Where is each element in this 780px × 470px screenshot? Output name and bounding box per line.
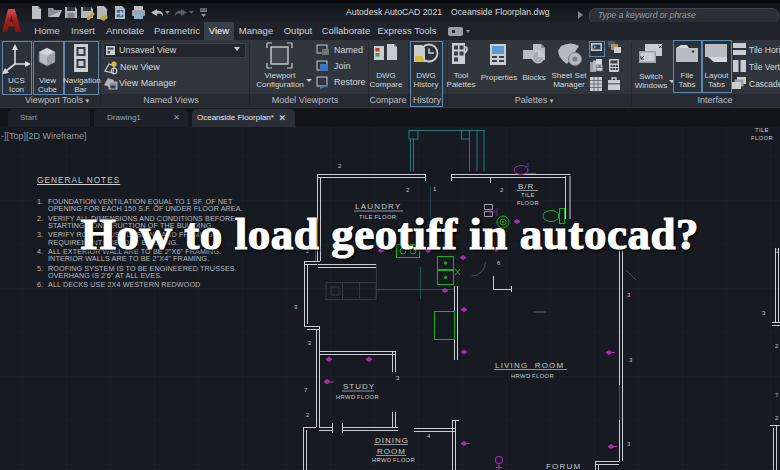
svg-text:3: 3 [627,441,631,447]
svg-text:3: 3 [294,304,298,310]
svg-text:3: 3 [627,292,631,298]
svg-text:FLOOR: FLOOR [517,200,539,206]
svg-text:TILE: TILE [755,127,769,133]
svg-text:2: 2 [406,187,410,193]
svg-text:1: 1 [433,186,437,192]
svg-text:HRWD FLOOR: HRWD FLOOR [372,457,415,463]
svg-text:ROOM: ROOM [377,447,406,456]
svg-text:4: 4 [427,433,431,439]
svg-text:DINING: DINING [375,436,409,445]
svg-text:B/R: B/R [518,182,534,191]
svg-text:2: 2 [775,343,779,349]
svg-text:3: 3 [629,357,633,363]
svg-text:HRWD FLOOR: HRWD FLOOR [511,373,554,379]
svg-text:6: 6 [497,260,501,266]
svg-text:3: 3 [396,375,400,381]
svg-text:2: 2 [338,163,342,169]
svg-text:HRWD FLOOR: HRWD FLOOR [336,394,379,400]
svg-text:2: 2 [526,162,530,168]
svg-text:FORUM: FORUM [546,462,581,470]
svg-text:2: 2 [500,187,504,193]
svg-text:3: 3 [762,310,766,316]
svg-text:TILE: TILE [521,192,535,198]
svg-text:7: 7 [304,387,308,393]
svg-text:2: 2 [308,340,312,346]
svg-text:2: 2 [306,412,310,418]
svg-text:FLOOR: FLOOR [751,135,773,141]
svg-text:STUDY: STUDY [343,382,375,391]
svg-text:7: 7 [775,392,779,398]
svg-text:LIVING ROOM: LIVING ROOM [495,361,564,370]
